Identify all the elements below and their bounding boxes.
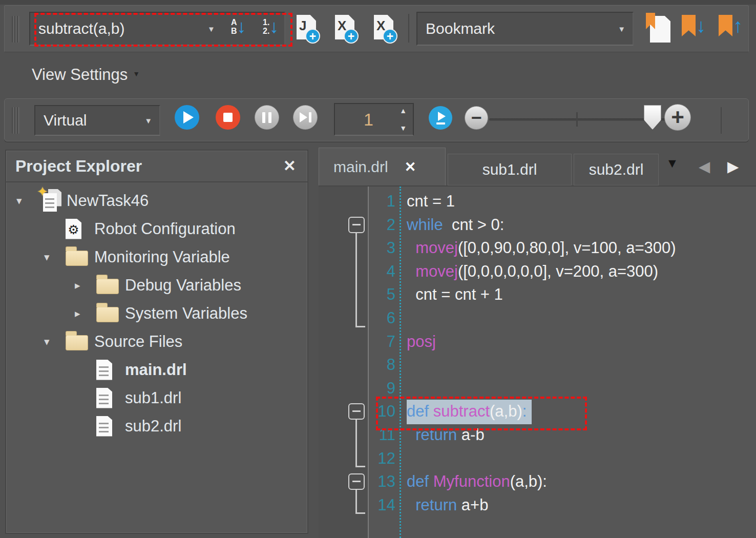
toggle-bookmark-button[interactable]	[646, 14, 673, 44]
tree-item-system-variables[interactable]: ▸System Variables	[6, 299, 305, 327]
view-settings-label: View Settings	[32, 66, 128, 84]
chevron-down-icon: ▼	[207, 25, 215, 33]
code-line-8[interactable]	[407, 353, 756, 377]
scroll-tabs-right-button[interactable]: ▶	[727, 158, 739, 175]
step-button[interactable]	[293, 105, 318, 130]
code-lines: cnt = 1while cnt > 0: movej([0,0,90,0,80…	[407, 190, 756, 516]
code-token: cnt = cnt + 1	[407, 285, 503, 303]
tree-expander-icon[interactable]: ▾	[16, 195, 38, 207]
line-number: 5	[369, 283, 395, 306]
tree-item-source-files[interactable]: ▾Source Files	[6, 327, 305, 356]
add-script-button-3[interactable]: X +	[373, 15, 396, 43]
line-number: 8	[369, 353, 395, 377]
code-token: movej	[415, 262, 458, 280]
tree-item-main-drl[interactable]: main.drl	[6, 356, 305, 384]
code-line-6[interactable]	[407, 306, 756, 330]
close-tab-button[interactable]: ✕	[405, 159, 416, 175]
tree-expander-icon[interactable]: ▸	[75, 279, 96, 292]
fold-collapse-button[interactable]	[348, 403, 365, 420]
tab-main-drl[interactable]: main.drl ✕	[319, 148, 446, 185]
code-line-2[interactable]: while cnt > 0:	[407, 213, 756, 237]
code-line-3[interactable]: movej([0,0,90,0,80,0], v=100, a=300)	[407, 236, 756, 260]
line-number: 1	[369, 190, 395, 213]
play-button[interactable]	[175, 105, 199, 130]
fold-collapse-button[interactable]	[348, 217, 365, 233]
folder-icon	[96, 277, 125, 294]
fold-range-end	[355, 512, 365, 514]
previous-bookmark-button[interactable]: ↑	[719, 15, 743, 36]
project-explorer-panel: Project Explorer ✕ ▾✦NewTask46⚙Robot Con…	[5, 150, 308, 534]
up-arrow-icon: ↑	[733, 15, 743, 36]
toolbar-grip-handle[interactable]	[12, 107, 19, 134]
code-token: Myfunction	[433, 472, 510, 490]
pause-button[interactable]	[255, 105, 279, 130]
view-settings-menu[interactable]: View Settings ▼	[32, 66, 140, 84]
fold-collapse-button[interactable]	[348, 473, 365, 490]
close-panel-button[interactable]: ✕	[283, 157, 296, 175]
code-line-13[interactable]: def Myfunction(a,b):	[407, 470, 756, 493]
tree-item-sub2-drl[interactable]: sub2.drl	[6, 412, 305, 440]
code-line-7[interactable]: posj	[407, 330, 756, 354]
folder-icon	[66, 249, 94, 266]
line-number: 2	[369, 213, 395, 237]
project-tree: ▾✦NewTask46⚙Robot Configuration▾Monitori…	[6, 187, 305, 440]
next-bookmark-button[interactable]: ↓	[682, 15, 706, 36]
code-token: return	[415, 426, 457, 444]
file-icon	[96, 360, 125, 380]
code-line-1[interactable]: cnt = 1	[407, 190, 756, 213]
tree-item-label: Monitoring Variable	[94, 248, 230, 266]
tree-item-monitoring-variable[interactable]: ▾Monitoring Variable	[6, 243, 305, 271]
mode-selector-dropdown[interactable]: Virtual ▼	[34, 105, 160, 136]
add-script-button-1[interactable]: J +	[296, 15, 319, 43]
code-line-5[interactable]: cnt = cnt + 1	[407, 283, 756, 306]
speed-slider-thumb[interactable]	[644, 105, 661, 130]
code-area[interactable]: 1234567891011121314 cnt = 1while cnt > 0…	[319, 185, 756, 538]
speed-increase-button[interactable]: +	[664, 104, 691, 131]
sort-alphabetical-button[interactable]: A B ↓	[231, 16, 246, 37]
add-script-button-2[interactable]: X +	[334, 15, 358, 43]
code-editor: main.drl ✕ sub1.drl sub2.drl ▼ ◀ ▶ 12345…	[319, 148, 756, 538]
sort-alpha-top-label: A	[231, 18, 237, 27]
tab-sub1-drl[interactable]: sub1.drl	[448, 154, 572, 185]
tree-item-debug-variables[interactable]: ▸Debug Variables	[6, 271, 305, 299]
bookmark-selector-dropdown[interactable]: Bookmark ▼	[416, 12, 634, 46]
code-line-10[interactable]: def subtract(a,b):	[407, 400, 756, 423]
spinner-up-button[interactable]: ▲	[400, 107, 407, 115]
code-line-9[interactable]	[407, 377, 756, 400]
fold-range-line	[355, 420, 357, 466]
task-icon: ✦	[38, 189, 66, 213]
tree-item-robot-configuration[interactable]: ⚙Robot Configuration	[6, 215, 305, 243]
speed-decrease-button[interactable]: −	[465, 106, 488, 130]
toolbar-grip-handle[interactable]	[12, 16, 19, 43]
spinner-down-button[interactable]: ▼	[400, 124, 407, 132]
code-token: cnt > 0:	[443, 216, 505, 234]
code-line-14[interactable]: return a+b	[407, 493, 756, 517]
tree-expander-icon[interactable]: ▾	[44, 251, 66, 263]
file-icon	[96, 416, 112, 437]
sort-down-arrow-icon: ↓	[237, 16, 246, 37]
code-line-12[interactable]	[407, 447, 756, 470]
speed-slider-track[interactable]	[489, 118, 668, 121]
code-line-4[interactable]: movej([0,0,0,0,0,0], v=200, a=300)	[407, 260, 756, 283]
pause-icon	[262, 112, 265, 123]
tab-sub2-drl[interactable]: sub2.drl	[574, 154, 659, 185]
code-line-11[interactable]: return a-b	[407, 423, 756, 447]
play-count-spinner[interactable]: 1 ▲ ▼	[334, 103, 414, 136]
function-selector-value: subtract(a,b)	[38, 20, 124, 37]
code-token	[407, 496, 415, 514]
function-bookmark-toolbar: subtract(a,b) ▼ A B ↓ 1. 2. ↓ J + X + X …	[4, 5, 749, 52]
function-selector-dropdown[interactable]: subtract(a,b) ▼ A B ↓ 1. 2. ↓	[29, 12, 285, 46]
tree-expander-icon[interactable]: ▸	[75, 307, 96, 320]
sort-numeric-button[interactable]: 1. 2. ↓	[263, 16, 279, 37]
tree-item-sub1-drl[interactable]: sub1.drl	[6, 384, 305, 412]
tree-item-newtask46[interactable]: ▾✦NewTask46	[6, 187, 305, 215]
tab-list-dropdown-button[interactable]: ▼	[666, 156, 679, 171]
scroll-tabs-left-button[interactable]: ◀	[699, 158, 710, 175]
line-number: 12	[369, 447, 395, 470]
stop-button[interactable]	[216, 105, 240, 130]
code-token: ([0,0,90,0,80,0], v=100, a=300)	[458, 239, 676, 257]
add-plus-icon: +	[383, 29, 397, 44]
tree-expander-icon[interactable]: ▾	[44, 336, 66, 348]
speed-button[interactable]	[429, 106, 452, 130]
toolbar-divider	[721, 107, 722, 134]
